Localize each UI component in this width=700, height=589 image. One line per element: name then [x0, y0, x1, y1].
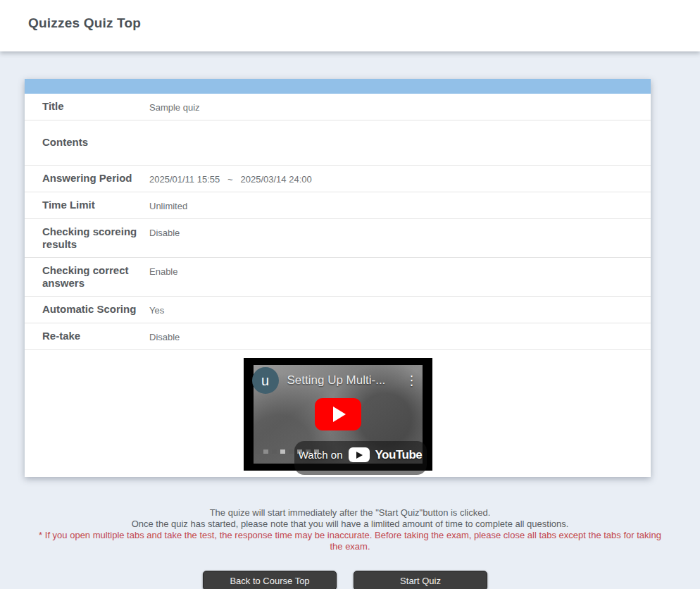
- page-title: Quizzes Quiz Top: [0, 0, 700, 31]
- video-title-link[interactable]: Setting Up Multi-...: [287, 373, 404, 388]
- row-value: [149, 136, 651, 137]
- youtube-wordmark: YouTube: [375, 448, 423, 462]
- note-line-1: The quize will start immediately after t…: [33, 507, 667, 519]
- row-label: Time Limit: [25, 199, 149, 211]
- watch-on-youtube-link[interactable]: Watch on YouTube: [297, 447, 424, 462]
- table-row-automatic-scoring: Automatic Scoring Yes: [25, 297, 651, 323]
- row-value: Disable: [149, 225, 651, 239]
- table-row-time-limit: Time Limit Unlimited: [25, 192, 651, 219]
- table-row-answering-period: Answering Period 2025/01/11 15:55 ~ 2025…: [25, 166, 651, 192]
- row-label: Checking scoreing results: [25, 225, 149, 251]
- youtube-embed[interactable]: u Setting Up Multi-... ⋮ Watch on YouTub…: [244, 358, 432, 471]
- row-label: Answering Period: [25, 172, 149, 185]
- video-topbar: u Setting Up Multi-... ⋮: [252, 367, 420, 394]
- note-warning: * If you open multiple tabs and take the…: [33, 530, 667, 552]
- row-value: Yes: [149, 303, 651, 316]
- table-row-title: Title Sample quiz: [25, 94, 651, 120]
- row-value: 2025/01/11 15:55 ~ 2025/03/14 24:00: [149, 172, 651, 185]
- quiz-info-card: Title Sample quiz Contents Answering Per…: [25, 79, 651, 477]
- table-row-checking-correct-answers: Checking correct answers Enable: [25, 258, 651, 297]
- table-row-contents: Contents: [25, 120, 651, 166]
- video-section: u Setting Up Multi-... ⋮ Watch on YouTub…: [25, 350, 651, 477]
- row-value: Sample quiz: [149, 100, 651, 113]
- row-value: Enable: [149, 264, 651, 278]
- card-accent-bar: [25, 79, 651, 94]
- row-label: Checking correct answers: [25, 264, 149, 290]
- row-value: Unlimited: [149, 199, 651, 212]
- play-button[interactable]: [315, 398, 361, 430]
- back-to-course-top-button[interactable]: Back to Course Top: [203, 571, 337, 589]
- table-row-checking-scoring-results: Checking scoreing results Disable: [25, 219, 651, 258]
- table-row-retake: Re-take Disable: [25, 323, 651, 350]
- youtube-play-icon: [349, 447, 370, 462]
- row-label: Automatic Scoring: [25, 303, 149, 316]
- row-label: Title: [25, 100, 149, 113]
- channel-avatar[interactable]: u: [252, 367, 279, 394]
- watch-on-label: Watch on: [299, 449, 343, 461]
- row-label: Re-take: [25, 330, 149, 342]
- quiz-notes: The quize will start immediately after t…: [33, 507, 667, 552]
- page-header: Quizzes Quiz Top: [0, 0, 700, 51]
- row-label: Contents: [25, 136, 149, 149]
- play-icon: [333, 407, 346, 422]
- start-quiz-button[interactable]: Start Quiz: [354, 571, 487, 589]
- row-value: Disable: [149, 330, 651, 343]
- kebab-menu-icon[interactable]: ⋮: [404, 374, 420, 387]
- action-buttons: Back to Course Top Start Quiz: [0, 571, 700, 589]
- note-line-2: Once the quiz has started, please note t…: [33, 519, 667, 530]
